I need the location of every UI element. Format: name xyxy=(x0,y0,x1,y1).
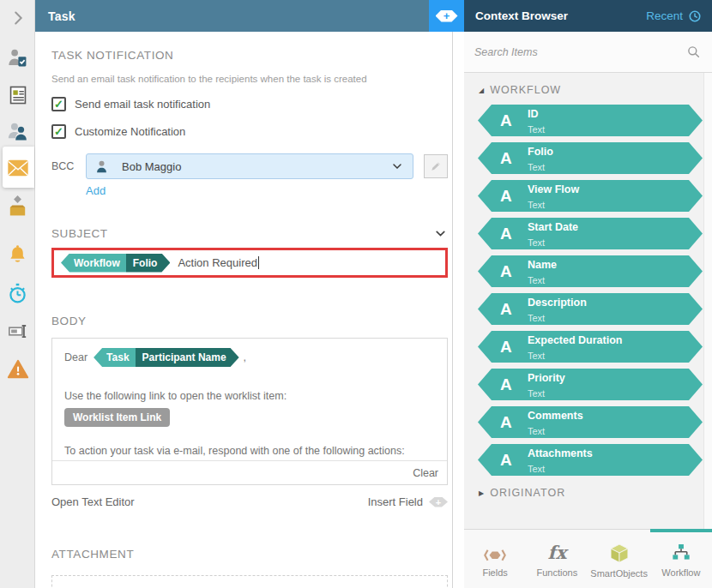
bcc-recipient-dropdown[interactable]: Bob Maggio xyxy=(86,153,413,179)
checkbox-customize-notification[interactable]: ✓ Customize Notification xyxy=(51,124,448,139)
fields-icon xyxy=(483,542,507,564)
subject-input-field[interactable]: Workflow Folio Action Required xyxy=(51,248,448,278)
item-name: Name xyxy=(528,259,557,271)
item-type: Text xyxy=(528,464,545,474)
collapse-chevron-icon[interactable] xyxy=(433,226,448,241)
text-type-badge: A xyxy=(500,149,528,168)
stopwatch-icon xyxy=(6,282,29,305)
editor-actions-row: Open Text Editor Insert Field + xyxy=(51,495,448,508)
item-type: Text xyxy=(528,162,545,172)
sidebar-item-notification-email[interactable] xyxy=(0,156,35,180)
sidebar-item-recipients[interactable] xyxy=(0,118,35,144)
text-type-badge: A xyxy=(500,300,528,319)
item-name: Comments xyxy=(528,410,583,422)
item-type: Text xyxy=(528,351,545,361)
warning-triangle-icon xyxy=(6,357,30,381)
tab-functions[interactable]: fx Functions xyxy=(526,530,588,588)
tab-workflow[interactable]: Workflow xyxy=(650,530,712,588)
task-participant-tag[interactable]: Task Participant Name xyxy=(94,348,239,367)
worklist-item-link-tag[interactable]: Worklist Item Link xyxy=(64,408,170,427)
text-type-badge: A xyxy=(500,451,528,470)
bell-icon xyxy=(6,243,29,267)
subject-header-row: SUBJECT xyxy=(51,226,448,241)
bcc-label: BCC xyxy=(51,160,86,172)
greeting-line: Dear Task Participant Name , xyxy=(64,348,435,367)
add-recipient-link[interactable]: Add xyxy=(86,184,106,197)
checkbox-label: Send email task notification xyxy=(75,98,210,111)
context-item-comments[interactable]: A CommentsText xyxy=(478,406,703,438)
sidebar-item-task-result[interactable] xyxy=(0,194,35,221)
search-icon[interactable] xyxy=(685,44,702,60)
text-type-badge: A xyxy=(500,111,528,130)
item-name: Folio xyxy=(528,146,553,158)
tree-group-workflow[interactable]: ◢ WORKFLOW xyxy=(479,84,712,96)
workflow-folio-tag[interactable]: Workflow Folio xyxy=(61,254,170,273)
checkbox-checked-icon[interactable]: ✓ xyxy=(51,97,66,111)
body-editor-footer: Clear xyxy=(52,460,447,484)
envelope-icon xyxy=(6,158,30,178)
context-browser-panel: Context Browser Recent ◢ WORKFLOW xyxy=(464,0,712,588)
checkbox-checked-icon[interactable]: ✓ xyxy=(51,124,66,139)
recent-button[interactable]: Recent xyxy=(646,9,702,23)
greeting-suffix: , xyxy=(244,351,246,363)
user-task-icon xyxy=(6,46,29,69)
tab-label: Workflow xyxy=(661,567,700,578)
chevron-right-icon xyxy=(9,9,27,27)
tab-fields[interactable]: Fields xyxy=(464,530,526,588)
tree-group-originator[interactable]: ▶ ORIGINATOR xyxy=(479,487,712,499)
body-editor[interactable]: Dear Task Participant Name , Use the fol… xyxy=(51,338,448,485)
panel-divider xyxy=(452,32,464,588)
text-type-badge: A xyxy=(500,187,528,206)
attachment-dropzone[interactable] xyxy=(51,575,448,588)
context-item-description[interactable]: A DescriptionText xyxy=(478,293,703,325)
tab-smartobjects[interactable]: SmartObjects xyxy=(588,530,650,588)
tag-context-segment: Workflow xyxy=(61,254,126,273)
expanded-triangle-icon: ◢ xyxy=(479,87,484,94)
sidebar-item-deadline[interactable] xyxy=(0,280,35,306)
page-title: Task xyxy=(35,9,75,23)
context-item-priority[interactable]: A PriorityText xyxy=(478,369,703,400)
chevron-down-icon xyxy=(390,159,404,173)
context-browser-title: Context Browser xyxy=(475,9,646,22)
context-item-view-flow[interactable]: A View FlowText xyxy=(478,180,703,212)
item-type: Text xyxy=(528,200,545,210)
sidebar-item-task-users[interactable] xyxy=(0,45,35,70)
functions-icon: fx xyxy=(548,542,567,564)
search-input[interactable] xyxy=(474,46,685,58)
open-text-editor-link[interactable]: Open Text Editor xyxy=(51,495,135,508)
workflow-orgchart-icon xyxy=(669,542,693,564)
checkbox-send-email[interactable]: ✓ Send email task notification xyxy=(51,97,448,111)
text-type-badge: A xyxy=(500,262,528,281)
text-caret xyxy=(258,256,259,269)
section-title-task-notification: TASK NOTIFICATION xyxy=(51,49,448,62)
insert-field-link[interactable]: Insert Field + xyxy=(368,495,448,508)
search-bar xyxy=(464,32,712,73)
context-item-attachments[interactable]: A AttachmentsText xyxy=(478,444,703,476)
item-name: ID xyxy=(528,108,539,120)
tag-field-segment: Participant Name xyxy=(136,348,239,367)
sidebar-item-exception[interactable] xyxy=(0,356,35,383)
body-line: Use the following link to open the workl… xyxy=(64,390,435,402)
sidebar-item-rename[interactable] xyxy=(0,318,35,344)
context-item-start-date[interactable]: A Start DateText xyxy=(478,218,703,249)
add-field-button[interactable]: + xyxy=(429,0,464,32)
sidebar-item-reminder[interactable] xyxy=(0,242,35,267)
clock-icon xyxy=(688,9,702,23)
clear-button[interactable]: Clear xyxy=(413,467,438,479)
tab-label: Fields xyxy=(482,567,507,578)
form-document-icon xyxy=(7,84,29,106)
edit-recipient-button[interactable] xyxy=(424,154,448,178)
task-header: Task + xyxy=(35,0,464,32)
text-type-badge: A xyxy=(500,375,528,394)
item-type: Text xyxy=(528,426,545,436)
context-item-folio[interactable]: A FolioText xyxy=(478,142,703,174)
collapse-panel-button[interactable] xyxy=(0,7,35,29)
task-wizard-panel: Task + TASK NOTIFICATION Send an email t… xyxy=(35,0,464,588)
sidebar-item-form[interactable] xyxy=(0,82,35,108)
context-item-id[interactable]: A IDText xyxy=(478,105,703,136)
context-item-expected-duration[interactable]: A Expected DurationText xyxy=(478,331,703,363)
text-type-badge: A xyxy=(500,225,528,243)
context-item-name[interactable]: A NameText xyxy=(478,255,703,287)
item-name: Expected Duration xyxy=(528,334,622,346)
scrollbar-track[interactable] xyxy=(703,73,712,529)
